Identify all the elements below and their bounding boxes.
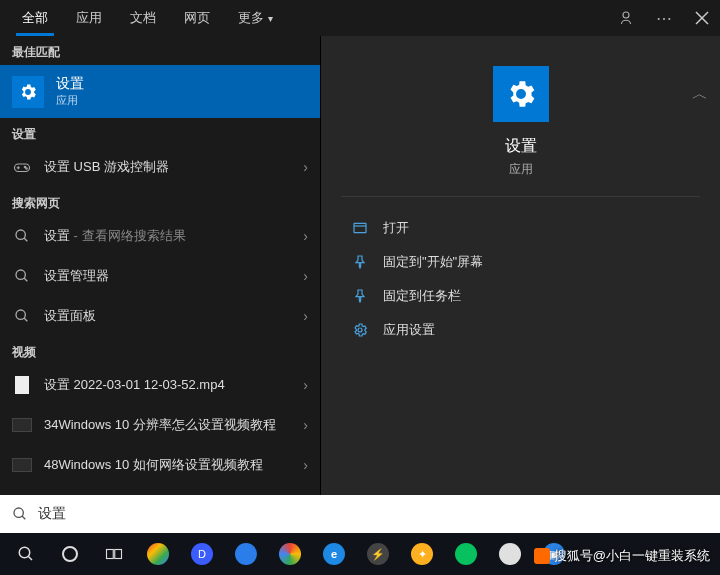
best-match-title: 设置 [56,75,84,93]
feedback-icon[interactable] [616,8,636,28]
detail-sub: 应用 [509,161,533,178]
svg-rect-14 [354,223,366,232]
video-thumb-icon [12,415,32,435]
svg-point-8 [16,230,25,239]
detail-panel: ︿ 设置 应用 打开 固定到"开始"屏幕 固定到任务栏 应用设置 [320,36,720,495]
gear-icon [12,76,44,108]
chevron-right-icon: › [303,228,308,244]
taskbar-app-6[interactable]: ⚡ [358,536,398,572]
action-open[interactable]: 打开 [341,211,700,245]
svg-line-9 [24,238,27,241]
svg-point-16 [358,328,362,332]
taskbar-app-4[interactable] [270,536,310,572]
taskbar: D e ⚡ ✦ ▣ 搜狐号@小白一键重装系统 [0,533,720,575]
taskbar-app-9[interactable] [490,536,530,572]
search-icon [12,226,32,246]
search-icon [12,506,28,522]
result-video-2[interactable]: 34Windows 10 分辨率怎么设置视频教程 › [0,405,320,445]
svg-line-13 [24,318,27,321]
gear-icon [493,66,549,122]
taskbar-app-8[interactable] [446,536,486,572]
controller-icon [12,157,32,177]
chevron-right-icon: › [303,457,308,473]
taskbar-cortana[interactable] [50,536,90,572]
action-pin-taskbar[interactable]: 固定到任务栏 [341,279,700,313]
result-settings-panel[interactable]: 设置面板 › [0,296,320,336]
result-usb-controller[interactable]: 设置 USB 游戏控制器 › [0,147,320,187]
chevron-right-icon: › [303,308,308,324]
results-panel: 最佳匹配 设置 应用 设置 设置 USB 游戏控制器 › 搜索网页 设置 - 查… [0,36,320,495]
close-icon[interactable] [692,8,712,28]
search-icon [12,306,32,326]
search-bar[interactable] [0,495,720,533]
best-match-item[interactable]: 设置 应用 [0,65,320,118]
pin-icon [351,254,369,270]
detail-title: 设置 [505,136,537,157]
taskbar-app-5[interactable]: e [314,536,354,572]
svg-point-7 [26,168,28,170]
taskbar-app-1[interactable] [138,536,178,572]
search-input[interactable] [38,506,708,522]
search-icon [12,266,32,286]
watermark: 搜狐号@小白一键重装系统 [534,547,710,565]
open-icon [351,220,369,236]
result-video-3[interactable]: 48Windows 10 如何网络设置视频教程 › [0,445,320,485]
video-thumb-icon [12,455,32,475]
taskbar-taskview[interactable] [94,536,134,572]
video-file-icon [12,375,32,395]
taskbar-search[interactable] [6,536,46,572]
tab-bar: 全部 应用 文档 网页 更多 ▾ ⋯ [0,0,720,36]
settings-header: 设置 [0,118,320,147]
svg-point-17 [14,508,23,517]
svg-line-11 [24,278,27,281]
result-device-manager[interactable]: 设置管理器 › [0,256,320,296]
chevron-right-icon: › [303,159,308,175]
svg-point-10 [16,270,25,279]
best-match-header: 最佳匹配 [0,36,320,65]
gear-icon [351,322,369,338]
action-pin-start[interactable]: 固定到"开始"屏幕 [341,245,700,279]
tab-docs[interactable]: 文档 [116,1,170,35]
svg-rect-21 [107,550,114,559]
tab-web[interactable]: 网页 [170,1,224,35]
svg-line-18 [22,516,25,519]
tab-more[interactable]: 更多 ▾ [224,1,287,35]
chevron-right-icon: › [303,417,308,433]
taskbar-app-2[interactable]: D [182,536,222,572]
more-options-icon[interactable]: ⋯ [654,8,674,28]
chevron-right-icon: › [303,268,308,284]
action-app-settings[interactable]: 应用设置 [341,313,700,347]
svg-point-6 [24,166,26,168]
svg-line-20 [28,556,32,560]
chevron-up-icon[interactable]: ︿ [692,84,708,105]
taskbar-app-7[interactable]: ✦ [402,536,442,572]
result-web-search[interactable]: 设置 - 查看网络搜索结果 › [0,216,320,256]
video-header: 视频 [0,336,320,365]
svg-point-0 [623,12,629,18]
tab-all[interactable]: 全部 [8,1,62,35]
tab-apps[interactable]: 应用 [62,1,116,35]
taskbar-app-3[interactable] [226,536,266,572]
pin-icon [351,288,369,304]
svg-point-12 [16,310,25,319]
search-web-header: 搜索网页 [0,187,320,216]
svg-rect-22 [115,550,122,559]
best-match-sub: 应用 [56,93,84,108]
svg-point-19 [19,547,30,558]
result-video-1[interactable]: 设置 2022-03-01 12-03-52.mp4 › [0,365,320,405]
chevron-right-icon: › [303,377,308,393]
